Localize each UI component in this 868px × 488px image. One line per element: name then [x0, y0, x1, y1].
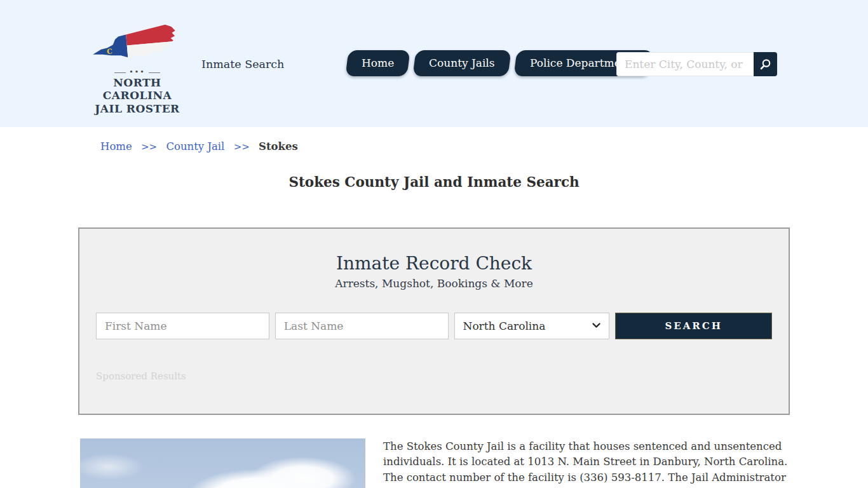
jail-photo: [80, 438, 365, 488]
nav-county-jails-label: County Jails: [429, 50, 495, 76]
site-tagline: Inmate Search: [201, 58, 284, 71]
sponsored-results-label: Sponsored Results: [96, 370, 789, 382]
breadcrumb-separator: >>: [141, 141, 157, 152]
record-check-title: Inmate Record Check: [79, 253, 789, 274]
breadcrumb-county-jail-link[interactable]: County Jail: [166, 140, 224, 152]
inmate-record-check-panel: Inmate Record Check Arrests, Mugshot, Bo…: [78, 227, 790, 415]
last-name-input[interactable]: [275, 313, 449, 339]
nc-flag-map-icon: C: [88, 18, 187, 72]
search-icon: [759, 58, 771, 71]
record-check-subtitle: Arrests, Mugshot, Bookings & More: [79, 277, 789, 290]
record-check-form: North Carolina SEARCH: [96, 313, 772, 339]
search-submit-button[interactable]: SEARCH: [615, 313, 772, 339]
first-name-input[interactable]: [96, 313, 269, 339]
site-header: C ••• NORTH CAROLINA JAIL ROSTER Inmate …: [0, 0, 868, 127]
breadcrumb-home-link[interactable]: Home: [100, 140, 132, 152]
nav-home-button[interactable]: Home: [345, 50, 410, 76]
state-select[interactable]: North Carolina: [454, 313, 610, 339]
page: C ••• NORTH CAROLINA JAIL ROSTER Inmate …: [0, 0, 868, 488]
nav-home-label: Home: [362, 50, 394, 76]
nav-county-jails-button[interactable]: County Jails: [413, 50, 512, 76]
breadcrumb: Home >> County Jail >> Stokes: [100, 140, 298, 152]
header-search-button[interactable]: [754, 52, 777, 76]
header-search-input[interactable]: [616, 52, 754, 76]
logo-text-line1: NORTH CAROLINA: [89, 76, 186, 102]
state-select-wrap: North Carolina: [454, 313, 610, 339]
page-title: Stokes County Jail and Inmate Search: [0, 174, 868, 190]
jail-description-paragraph: The Stokes County Jail is a facility tha…: [383, 439, 790, 488]
main-nav: Home County Jails Police Departments: [347, 50, 652, 76]
breadcrumb-current: Stokes: [259, 140, 298, 152]
logo-text-line2: JAIL ROSTER: [89, 102, 186, 115]
svg-text:C: C: [107, 47, 113, 56]
logo-divider: •••: [89, 71, 186, 74]
breadcrumb-separator: >>: [234, 141, 250, 152]
header-search: [616, 52, 777, 76]
site-logo[interactable]: C ••• NORTH CAROLINA JAIL ROSTER: [89, 22, 186, 115]
